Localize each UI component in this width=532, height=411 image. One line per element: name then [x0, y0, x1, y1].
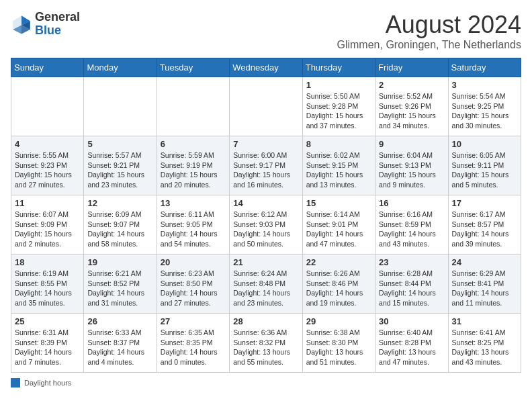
daylight-box-icon — [11, 378, 20, 387]
day-info: Sunrise: 6:21 AM Sunset: 8:52 PM Dayligh… — [87, 269, 152, 308]
day-number: 17 — [452, 198, 517, 208]
day-number: 11 — [15, 198, 80, 208]
day-number: 30 — [379, 316, 444, 326]
day-number: 22 — [306, 257, 371, 267]
day-number: 3 — [452, 80, 517, 90]
day-info: Sunrise: 6:16 AM Sunset: 8:59 PM Dayligh… — [379, 210, 444, 249]
location-subtitle: Glimmen, Groningen, The Netherlands — [337, 39, 521, 51]
calendar-cell: 16Sunrise: 6:16 AM Sunset: 8:59 PM Dayli… — [375, 195, 448, 255]
day-info: Sunrise: 6:19 AM Sunset: 8:55 PM Dayligh… — [15, 269, 80, 308]
calendar-cell: 10Sunrise: 6:05 AM Sunset: 9:11 PM Dayli… — [448, 136, 521, 195]
day-info: Sunrise: 6:23 AM Sunset: 8:50 PM Dayligh… — [161, 269, 226, 308]
calendar-cell: 8Sunrise: 6:02 AM Sunset: 9:15 PM Daylig… — [302, 136, 375, 195]
day-number: 31 — [452, 316, 517, 326]
logo: General Blue — [11, 11, 80, 38]
day-info: Sunrise: 6:29 AM Sunset: 8:41 PM Dayligh… — [452, 269, 517, 308]
day-number: 9 — [379, 139, 444, 149]
day-info: Sunrise: 6:09 AM Sunset: 9:07 PM Dayligh… — [87, 210, 152, 249]
calendar-cell: 17Sunrise: 6:17 AM Sunset: 8:57 PM Dayli… — [448, 195, 521, 255]
day-info: Sunrise: 6:17 AM Sunset: 8:57 PM Dayligh… — [452, 210, 517, 249]
day-info: Sunrise: 6:28 AM Sunset: 8:44 PM Dayligh… — [379, 269, 444, 308]
calendar-cell: 3Sunrise: 5:54 AM Sunset: 9:25 PM Daylig… — [448, 77, 521, 136]
day-info: Sunrise: 6:05 AM Sunset: 9:11 PM Dayligh… — [452, 150, 517, 190]
calendar-cell: 19Sunrise: 6:21 AM Sunset: 8:52 PM Dayli… — [84, 255, 157, 314]
calendar-week-row: 11Sunrise: 6:07 AM Sunset: 9:09 PM Dayli… — [11, 195, 521, 255]
day-info: Sunrise: 6:14 AM Sunset: 9:01 PM Dayligh… — [306, 210, 371, 249]
calendar-cell: 27Sunrise: 6:35 AM Sunset: 8:35 PM Dayli… — [157, 314, 229, 373]
calendar-cell — [11, 77, 84, 136]
calendar-col-saturday: Saturday — [448, 58, 521, 77]
calendar-cell: 12Sunrise: 6:09 AM Sunset: 9:07 PM Dayli… — [84, 195, 157, 255]
day-info: Sunrise: 5:54 AM Sunset: 9:25 PM Dayligh… — [452, 91, 517, 131]
calendar-cell — [84, 77, 157, 136]
title-area: August 2024 Glimmen, Groningen, The Neth… — [337, 11, 521, 51]
calendar-cell: 5Sunrise: 5:57 AM Sunset: 9:21 PM Daylig… — [84, 136, 157, 195]
calendar-week-row: 1Sunrise: 5:50 AM Sunset: 9:28 PM Daylig… — [11, 77, 521, 136]
day-number: 27 — [161, 316, 226, 326]
calendar-cell: 4Sunrise: 5:55 AM Sunset: 9:23 PM Daylig… — [11, 136, 84, 195]
day-info: Sunrise: 6:26 AM Sunset: 8:46 PM Dayligh… — [306, 269, 371, 308]
day-info: Sunrise: 6:07 AM Sunset: 9:09 PM Dayligh… — [15, 210, 80, 249]
calendar-cell: 23Sunrise: 6:28 AM Sunset: 8:44 PM Dayli… — [375, 255, 448, 314]
calendar-cell: 14Sunrise: 6:12 AM Sunset: 9:03 PM Dayli… — [230, 195, 302, 255]
day-number: 12 — [87, 198, 152, 208]
day-info: Sunrise: 6:04 AM Sunset: 9:13 PM Dayligh… — [379, 150, 444, 190]
day-number: 5 — [87, 139, 152, 149]
day-number: 25 — [15, 316, 80, 326]
day-number: 23 — [379, 257, 444, 267]
logo-text: General Blue — [35, 11, 80, 38]
logo-icon — [11, 13, 32, 35]
day-number: 29 — [306, 316, 371, 326]
day-info: Sunrise: 5:55 AM Sunset: 9:23 PM Dayligh… — [15, 150, 80, 190]
calendar-cell: 25Sunrise: 6:31 AM Sunset: 8:39 PM Dayli… — [11, 314, 84, 373]
calendar-cell: 29Sunrise: 6:38 AM Sunset: 8:30 PM Dayli… — [302, 314, 375, 373]
day-info: Sunrise: 5:50 AM Sunset: 9:28 PM Dayligh… — [306, 91, 371, 131]
day-info: Sunrise: 6:02 AM Sunset: 9:15 PM Dayligh… — [306, 150, 371, 190]
day-number: 1 — [306, 80, 371, 90]
day-number: 4 — [15, 139, 80, 149]
calendar-cell: 24Sunrise: 6:29 AM Sunset: 8:41 PM Dayli… — [448, 255, 521, 314]
calendar-week-row: 25Sunrise: 6:31 AM Sunset: 8:39 PM Dayli… — [11, 314, 521, 373]
day-info: Sunrise: 6:11 AM Sunset: 9:05 PM Dayligh… — [161, 210, 226, 249]
day-number: 13 — [161, 198, 226, 208]
calendar-col-monday: Monday — [84, 58, 157, 77]
calendar-cell: 1Sunrise: 5:50 AM Sunset: 9:28 PM Daylig… — [302, 77, 375, 136]
calendar-col-wednesday: Wednesday — [230, 58, 302, 77]
calendar-cell: 2Sunrise: 5:52 AM Sunset: 9:26 PM Daylig… — [375, 77, 448, 136]
day-number: 26 — [87, 316, 152, 326]
day-info: Sunrise: 5:57 AM Sunset: 9:21 PM Dayligh… — [87, 150, 152, 190]
calendar-week-row: 18Sunrise: 6:19 AM Sunset: 8:55 PM Dayli… — [11, 255, 521, 314]
day-number: 2 — [379, 80, 444, 90]
calendar-col-sunday: Sunday — [11, 58, 84, 77]
header: General Blue August 2024 Glimmen, Gronin… — [11, 11, 521, 51]
calendar-cell: 9Sunrise: 6:04 AM Sunset: 9:13 PM Daylig… — [375, 136, 448, 195]
day-number: 10 — [452, 139, 517, 149]
calendar-cell: 31Sunrise: 6:41 AM Sunset: 8:25 PM Dayli… — [448, 314, 521, 373]
day-info: Sunrise: 6:00 AM Sunset: 9:17 PM Dayligh… — [233, 150, 298, 190]
day-number: 19 — [87, 257, 152, 267]
day-number: 6 — [161, 139, 226, 149]
daylight-label: Daylight hours — [24, 379, 71, 387]
day-info: Sunrise: 6:12 AM Sunset: 9:03 PM Dayligh… — [233, 210, 298, 249]
day-number: 16 — [379, 198, 444, 208]
day-number: 28 — [233, 316, 298, 326]
day-info: Sunrise: 6:36 AM Sunset: 8:32 PM Dayligh… — [233, 328, 298, 367]
calendar-col-tuesday: Tuesday — [157, 58, 229, 77]
calendar-cell: 13Sunrise: 6:11 AM Sunset: 9:05 PM Dayli… — [157, 195, 229, 255]
day-number: 7 — [233, 139, 298, 149]
day-number: 24 — [452, 257, 517, 267]
day-info: Sunrise: 6:35 AM Sunset: 8:35 PM Dayligh… — [161, 328, 226, 367]
day-info: Sunrise: 6:24 AM Sunset: 8:48 PM Dayligh… — [233, 269, 298, 308]
logo-blue-text: Blue — [35, 24, 80, 38]
calendar-cell: 18Sunrise: 6:19 AM Sunset: 8:55 PM Dayli… — [11, 255, 84, 314]
footer-note: Daylight hours — [11, 378, 521, 387]
calendar-cell: 21Sunrise: 6:24 AM Sunset: 8:48 PM Dayli… — [230, 255, 302, 314]
day-number: 8 — [306, 139, 371, 149]
calendar-cell: 28Sunrise: 6:36 AM Sunset: 8:32 PM Dayli… — [230, 314, 302, 373]
logo-general-text: General — [35, 11, 80, 24]
calendar-cell — [157, 77, 229, 136]
calendar-week-row: 4Sunrise: 5:55 AM Sunset: 9:23 PM Daylig… — [11, 136, 521, 195]
calendar-cell: 26Sunrise: 6:33 AM Sunset: 8:37 PM Dayli… — [84, 314, 157, 373]
day-info: Sunrise: 5:59 AM Sunset: 9:19 PM Dayligh… — [161, 150, 226, 190]
calendar-cell: 15Sunrise: 6:14 AM Sunset: 9:01 PM Dayli… — [302, 195, 375, 255]
